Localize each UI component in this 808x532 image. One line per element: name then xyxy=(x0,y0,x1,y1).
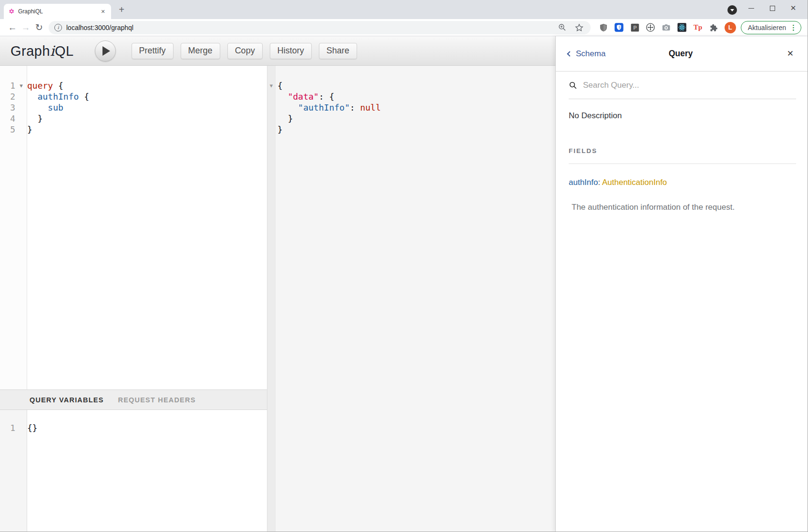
search-underline xyxy=(569,99,796,99)
line-number: 2 xyxy=(0,91,15,102)
titlebar-media-button[interactable] xyxy=(727,5,737,15)
tab-query-variables[interactable]: QUERY VARIABLES xyxy=(30,396,104,404)
play-icon xyxy=(102,46,110,56)
doc-explorer-header: Schema Query ✕ xyxy=(556,36,808,72)
variables-tabs: QUERY VARIABLES REQUEST HEADERS xyxy=(0,389,267,410)
extensions-row: P Tp xyxy=(598,22,719,33)
graphiql-app: GraphiQL Prettify Merge Copy History Sha… xyxy=(0,36,808,532)
share-button[interactable]: Share xyxy=(319,43,357,59)
bitwarden-icon[interactable] xyxy=(614,22,624,33)
doc-search xyxy=(556,72,808,99)
move-tool-icon[interactable] xyxy=(645,22,656,33)
forward-button: → xyxy=(19,22,32,33)
ublock-origin-icon[interactable] xyxy=(598,22,609,33)
code-line[interactable]: 2 authInfo { xyxy=(0,91,267,102)
fields-divider xyxy=(569,164,796,164)
reload-button[interactable]: ↻ xyxy=(32,22,46,33)
field-row: authInfo: AuthenticationInfo xyxy=(569,178,667,187)
chevron-left-icon xyxy=(567,51,572,56)
extensions-puzzle-icon[interactable] xyxy=(708,22,719,33)
update-button[interactable]: Aktualisieren ⋮ xyxy=(741,21,801,34)
camera-icon[interactable] xyxy=(661,22,672,33)
browser-menu-kebab-icon[interactable]: ⋮ xyxy=(790,23,797,32)
code-line[interactable]: 1▾query { xyxy=(0,80,267,91)
code-line[interactable]: } xyxy=(277,124,555,135)
tab-title: GraphiQL xyxy=(18,8,99,15)
code-line[interactable]: 3 sub xyxy=(0,102,267,113)
field-name-link[interactable]: authInfo xyxy=(569,178,598,187)
code-text: "data": { xyxy=(277,91,334,102)
toolbar-buttons: Prettify Merge Copy History Share xyxy=(132,43,357,59)
react-devtools-icon[interactable] xyxy=(677,22,687,33)
address-bar: ← → ↻ i localhost:3000/graphql P xyxy=(0,19,808,36)
fields-heading: FIELDS xyxy=(569,147,597,154)
line-number: 3 xyxy=(0,102,15,113)
doc-explorer: Schema Query ✕ No Description FIELDS aut… xyxy=(555,36,808,532)
line-number: 5 xyxy=(0,124,15,135)
line-number: 1 xyxy=(0,80,15,91)
svg-text:P: P xyxy=(633,25,636,31)
code-text: } xyxy=(277,113,293,124)
field-description: The authentication information of the re… xyxy=(572,203,735,212)
prettify-button[interactable]: Prettify xyxy=(132,43,174,59)
code-line[interactable]: "data": { xyxy=(277,91,555,102)
fold-arrow-icon xyxy=(15,113,27,124)
window-close-button[interactable]: ✕ xyxy=(783,0,804,16)
code-text: } xyxy=(27,124,32,135)
variables-editor[interactable]: 1{} xyxy=(0,410,267,532)
execute-button[interactable] xyxy=(95,41,116,61)
line-number: 4 xyxy=(0,113,15,124)
no-description-text: No Description xyxy=(569,111,622,121)
search-icon xyxy=(569,81,577,90)
code-line[interactable]: 4 } xyxy=(0,113,267,124)
doc-title: Query xyxy=(669,49,693,59)
query-editor[interactable]: 1▾query {2 authInfo {3 sub4 }5} xyxy=(0,66,267,389)
field-type-link[interactable]: AuthenticationInfo xyxy=(602,178,667,187)
maximize-button[interactable] xyxy=(762,0,783,16)
minimize-button[interactable] xyxy=(741,0,762,16)
code-line[interactable]: } xyxy=(277,113,555,124)
tp-extension-icon[interactable]: Tp xyxy=(693,22,703,33)
url-field[interactable]: i localhost:3000/graphql xyxy=(49,21,591,34)
browser-titlebar: ✡ GraphiQL ✕ + ✕ xyxy=(0,0,808,19)
code-text: } xyxy=(277,124,283,135)
search-input[interactable] xyxy=(583,81,764,90)
tab-request-headers[interactable]: REQUEST HEADERS xyxy=(118,396,196,404)
profile-avatar[interactable]: L xyxy=(725,22,736,33)
fold-arrow-icon[interactable]: ▾ xyxy=(15,80,27,91)
code-text: sub xyxy=(27,102,63,113)
back-button[interactable]: ← xyxy=(6,22,19,33)
code-text: } xyxy=(27,113,43,124)
copy-button[interactable]: Copy xyxy=(227,43,263,59)
site-info-icon[interactable]: i xyxy=(54,24,62,31)
code-text: query { xyxy=(27,80,63,91)
fold-arrow-icon xyxy=(15,422,27,433)
browser-window: { "colors": { "graphql_pink": "#E10098",… xyxy=(0,0,808,532)
graphiql-topbar: GraphiQL Prettify Merge Copy History Sha… xyxy=(0,36,555,66)
new-tab-button[interactable]: + xyxy=(115,4,128,16)
merge-button[interactable]: Merge xyxy=(181,43,220,59)
doc-back-link[interactable]: Schema xyxy=(568,49,669,59)
code-line[interactable]: { xyxy=(277,80,555,91)
line-number: 1 xyxy=(0,422,15,433)
graphql-logo-icon: ✡ xyxy=(9,7,18,16)
result-viewer[interactable]: { "data": { "authInfo": null }} xyxy=(276,66,555,532)
code-line[interactable]: 1{} xyxy=(0,422,267,433)
bookmark-star-icon[interactable] xyxy=(574,23,584,32)
fold-arrow-icon xyxy=(15,102,27,113)
code-line[interactable]: 5} xyxy=(0,124,267,135)
code-line[interactable]: "authInfo": null xyxy=(277,102,555,113)
pane-divider[interactable]: ▾ xyxy=(267,66,276,532)
code-text: { xyxy=(277,80,283,91)
code-text: "authInfo": null xyxy=(277,102,381,113)
doc-close-icon[interactable]: ✕ xyxy=(787,49,794,59)
url-text[interactable]: localhost:3000/graphql xyxy=(66,24,558,31)
update-button-label: Aktualisieren xyxy=(748,24,786,31)
zoom-indicator-icon[interactable] xyxy=(558,23,567,32)
history-button[interactable]: History xyxy=(270,43,312,59)
fold-arrow-icon[interactable]: ▾ xyxy=(270,82,273,89)
tab-close-icon[interactable]: ✕ xyxy=(99,7,107,16)
p-extension-icon[interactable]: P xyxy=(630,22,640,33)
browser-tab[interactable]: ✡ GraphiQL ✕ xyxy=(4,4,111,19)
field-separator: : xyxy=(598,178,602,187)
